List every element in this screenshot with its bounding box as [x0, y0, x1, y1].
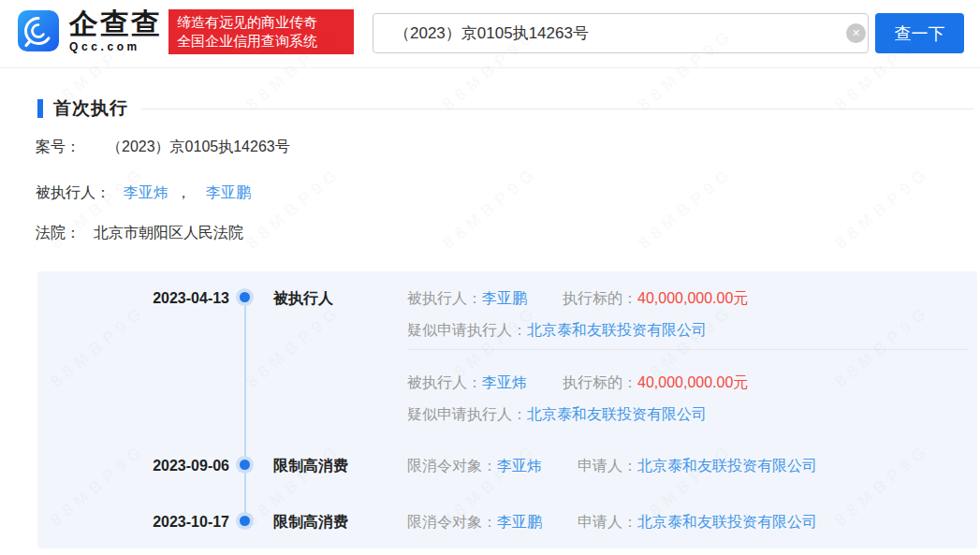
event-date: 2023-09-06: [37, 456, 229, 476]
court-row: 法院： 北京市朝阳区人民法院: [36, 224, 243, 243]
detail-line: 疑似申请执行人： 北京泰和友联投资有限公司: [407, 404, 977, 425]
court-value: 北京市朝阳区人民法院: [94, 224, 243, 243]
dot-gap: [229, 288, 273, 341]
restricted-person-link[interactable]: 李亚炜: [497, 456, 542, 476]
qcc-logo-svg: [18, 10, 59, 51]
event-date: 2023-04-13: [37, 288, 229, 341]
title-divider: [141, 109, 973, 110]
brand-wordmark[interactable]: 企查查 Qcc.com: [69, 8, 162, 53]
executee-link[interactable]: 李亚炜: [482, 372, 527, 393]
executee-label: 被执行人：: [407, 372, 482, 393]
block-divider: [407, 349, 969, 350]
suspected-applicant-label: 疑似申请执行人：: [407, 320, 527, 341]
executee-link-1[interactable]: 李亚炜: [124, 183, 168, 203]
court-label: 法院：: [36, 224, 80, 243]
slogan-line1: 缔造有远见的商业传奇: [177, 13, 345, 32]
event-type: 限制高消费: [273, 512, 407, 533]
suspected-applicant-link[interactable]: 北京泰和友联投资有限公司: [527, 320, 707, 341]
restricted-person-label: 限消令对象：: [407, 456, 497, 476]
executee-link-2[interactable]: 李亚鹏: [206, 183, 251, 203]
brand-name-en: Qcc.com: [69, 40, 162, 53]
case-number-value: （2023）京0105执14263号: [107, 138, 290, 157]
suspected-applicant-link[interactable]: 北京泰和友联投资有限公司: [527, 404, 707, 425]
suspected-applicant-label: 疑似申请执行人：: [407, 404, 527, 425]
case-number-row: 案号： （2023）京0105执14263号: [36, 138, 290, 157]
qcc-logo-icon[interactable]: [18, 10, 59, 51]
page: 企查查 Qcc.com 缔造有远见的商业传奇 全国企业信用查询系统 ✕ 查一下 …: [0, 0, 980, 555]
executee-label: 被执行人：: [407, 288, 482, 309]
case-number-label: 案号：: [36, 138, 80, 157]
event-type: 限制高消费: [273, 456, 407, 476]
executee-row: 被执行人： 李亚炜 ， 李亚鹏: [36, 183, 251, 203]
applicant-link[interactable]: 北京泰和友联投资有限公司: [637, 456, 817, 476]
timeline-panel: 2023-04-13 被执行人 被执行人： 李亚鹏 执行标的： 40,000,0…: [37, 271, 977, 548]
timeline-row-1b: 被执行人： 李亚炜 执行标的： 40,000,000.00元 疑似申请执行人： …: [407, 372, 977, 425]
timeline-row-2: 2023-09-06 限制高消费 限消令对象： 李亚炜 申请人： 北京泰和友联投…: [37, 456, 977, 476]
detail-line: 疑似申请执行人： 北京泰和友联投资有限公司: [407, 320, 977, 341]
page-title: 首次执行: [53, 96, 128, 121]
event-content: 限消令对象： 李亚鹏 申请人： 北京泰和友联投资有限公司: [407, 512, 977, 533]
target-amount-label: 执行标的：: [563, 288, 637, 309]
applicant-link[interactable]: 北京泰和友联投资有限公司: [637, 512, 817, 533]
detail-line: 被执行人： 李亚鹏 执行标的： 40,000,000.00元: [407, 288, 977, 309]
slogan-banner: 缔造有远见的商业传奇 全国企业信用查询系统: [168, 9, 354, 54]
search-button[interactable]: 查一下: [875, 13, 964, 53]
timeline-row-1: 2023-04-13 被执行人 被执行人： 李亚鹏 执行标的： 40,000,0…: [37, 288, 977, 341]
detail-line: 限消令对象： 李亚炜 申请人： 北京泰和友联投资有限公司: [407, 456, 977, 476]
dot-gap: [229, 456, 273, 476]
slogan-line2: 全国企业信用查询系统: [177, 32, 345, 51]
event-content: 被执行人： 李亚鹏 执行标的： 40,000,000.00元 疑似申请执行人： …: [407, 288, 977, 341]
event-content: 限消令对象： 李亚炜 申请人： 北京泰和友联投资有限公司: [407, 456, 977, 476]
target-amount-value: 40,000,000.00元: [637, 372, 748, 393]
section-header: 首次执行: [37, 96, 973, 121]
executee-label: 被执行人：: [36, 183, 110, 203]
detail-line: 限消令对象： 李亚鹏 申请人： 北京泰和友联投资有限公司: [407, 512, 977, 533]
executee-link[interactable]: 李亚鹏: [482, 288, 527, 309]
timeline-row-3: 2023-10-17 限制高消费 限消令对象： 李亚鹏 申请人： 北京泰和友联投…: [37, 512, 977, 533]
executee-separator: ，: [176, 183, 191, 203]
dot-gap: [229, 512, 273, 533]
applicant-label: 申请人：: [578, 456, 637, 476]
search-input[interactable]: [373, 13, 869, 53]
clear-search-icon[interactable]: ✕: [846, 23, 866, 43]
restricted-person-label: 限消令对象：: [407, 512, 497, 533]
applicant-label: 申请人：: [578, 512, 637, 533]
event-date: 2023-10-17: [37, 512, 229, 533]
target-amount-value: 40,000,000.00元: [637, 288, 748, 309]
header: 企查查 Qcc.com 缔造有远见的商业传奇 全国企业信用查询系统 ✕ 查一下: [0, 0, 980, 68]
title-accent-bar: [37, 99, 43, 118]
brand-name-cn: 企查查: [69, 8, 162, 39]
target-amount-label: 执行标的：: [563, 372, 637, 393]
detail-line: 被执行人： 李亚炜 执行标的： 40,000,000.00元: [407, 372, 977, 393]
event-type: 被执行人: [273, 288, 407, 341]
restricted-person-link[interactable]: 李亚鹏: [497, 512, 542, 533]
